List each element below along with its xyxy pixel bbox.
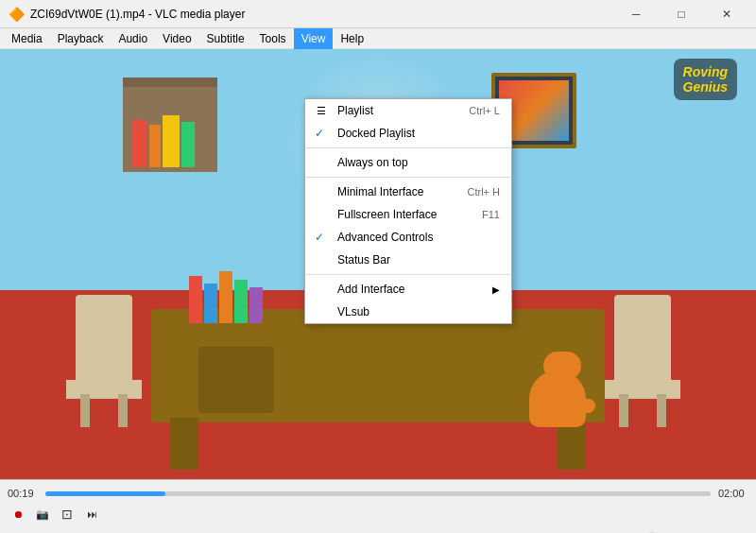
bookshelf-top [123, 77, 217, 87]
desk-leg-left [170, 418, 198, 470]
chair-left-back [76, 295, 132, 389]
progress-section: 00:19 02:00 [0, 480, 756, 503]
minimal-interface-shortcut: Ctrl+ H [467, 186, 500, 198]
desk-book-4 [234, 280, 248, 323]
chair-left-seat [66, 380, 142, 399]
progress-bar-fill [45, 491, 165, 496]
menu-item-media[interactable]: Media [4, 28, 50, 49]
main-controls-row: ▶ ⏮ ⏹ ⏭ ⛶ ⧉ ☰ ↺ ⇄ 🔊 100% [0, 525, 756, 533]
menu-item-help[interactable]: Help [333, 28, 371, 49]
video-area: Roving Genius ☰ Playlist Ctrl+ L ✓ Docke… [0, 49, 756, 479]
minimize-button[interactable]: ─ [614, 0, 658, 28]
bookshelf [123, 77, 217, 172]
book-3 [163, 115, 180, 167]
docked-playlist-check: ✓ [315, 127, 324, 140]
show-playlist-button[interactable]: ☰ [178, 527, 204, 533]
record-button[interactable]: ⏺ [8, 505, 28, 524]
chair-right-leg2 [657, 394, 666, 427]
add-interface-label: Add Interface [337, 283, 404, 296]
dinosaur [520, 333, 595, 427]
play-button[interactable]: ▶ [8, 527, 34, 533]
chair-left-leg2 [118, 394, 128, 427]
menu-item-view[interactable]: View [294, 28, 334, 49]
chair-right-seat [605, 380, 680, 399]
menu-item-audio[interactable]: Audio [111, 28, 155, 49]
add-interface-arrow: ▶ [492, 284, 500, 295]
chair-right-leg1 [619, 394, 628, 427]
dino-head [543, 352, 581, 380]
snapshot-button[interactable]: 📷 [32, 505, 53, 524]
desk-book-3 [219, 271, 232, 323]
close-button[interactable]: ✕ [705, 0, 748, 28]
extra-controls-row: ⏺ 📷 ⊡ ⏭ [0, 503, 756, 525]
desk-book-2 [204, 284, 217, 323]
maximize-button[interactable]: □ [660, 0, 703, 28]
menu-minimal-interface[interactable]: Minimal Interface Ctrl+ H [305, 181, 511, 203]
view-dropdown-menu: ☰ Playlist Ctrl+ L ✓ Docked Playlist Alw… [304, 98, 512, 324]
advanced-controls-check: ✓ [315, 231, 324, 244]
prev-button[interactable]: ⏮ [36, 527, 62, 533]
frame-next-button[interactable]: ⏭ [81, 505, 102, 524]
window-title: ZCI69dVtW0E (1).mp4 - VLC media player [30, 8, 614, 21]
book-1 [132, 120, 146, 167]
menu-status-bar[interactable]: Status Bar [305, 249, 511, 271]
chair-right-back [614, 295, 671, 389]
time-total: 02:00 [718, 488, 748, 499]
menu-vlsub[interactable]: VLsub [305, 301, 511, 323]
menu-docked-playlist[interactable]: ✓ Docked Playlist [305, 122, 511, 145]
book-2 [149, 125, 161, 167]
progress-bar[interactable] [45, 491, 711, 496]
fullscreen-interface-shortcut: F11 [482, 209, 500, 220]
next-button[interactable]: ⏭ [93, 527, 119, 533]
separator-3 [305, 274, 511, 275]
menu-add-interface[interactable]: Add Interface ▶ [305, 278, 511, 301]
minimal-interface-label: Minimal Interface [337, 185, 423, 198]
playlist-icon: ☰ [317, 105, 326, 117]
always-on-top-label: Always on top [337, 156, 408, 169]
roving-genius-logo: Roving Genius [674, 59, 737, 100]
vlsub-label: VLsub [337, 305, 369, 318]
app-icon: 🔶 [8, 6, 25, 23]
chair-left [57, 295, 151, 427]
advanced-controls-label: Advanced Controls [337, 231, 433, 244]
desk-books [189, 271, 263, 323]
title-bar: 🔶 ZCI69dVtW0E (1).mp4 - VLC media player… [0, 0, 756, 28]
menu-item-tools[interactable]: Tools [252, 28, 294, 49]
menu-item-playback[interactable]: Playback [50, 28, 112, 49]
random-button[interactable]: ⇄ [234, 527, 261, 533]
stop-button[interactable]: ⏹ [64, 527, 91, 533]
playlist-shortcut: Ctrl+ L [469, 105, 500, 116]
menu-item-subtitle[interactable]: Subtitle [199, 28, 252, 49]
menu-always-on-top[interactable]: Always on top [305, 151, 511, 174]
chair-right [595, 295, 690, 427]
chair-left-leg1 [80, 394, 90, 427]
menu-fullscreen-interface[interactable]: Fullscreen Interface F11 [305, 203, 511, 226]
playlist-label: Playlist [337, 104, 373, 117]
menu-playlist[interactable]: ☰ Playlist Ctrl+ L [305, 99, 511, 122]
menu-item-video[interactable]: Video [155, 28, 198, 49]
controls-bar: 00:19 02:00 ⏺ 📷 ⊡ ⏭ ▶ ⏮ ⏹ ⏭ ⛶ ⧉ ☰ ↺ ⇄ 🔊 … [0, 479, 756, 533]
fullscreen-button[interactable]: ⛶ [121, 527, 147, 533]
desk-book-5 [249, 287, 263, 323]
separator-1 [305, 147, 511, 148]
dino-tail [572, 399, 595, 413]
separator-2 [305, 177, 511, 178]
ext-settings-button[interactable]: ⧉ [149, 527, 176, 533]
desk-book-1 [189, 276, 202, 323]
time-elapsed: 00:19 [8, 488, 38, 499]
loop-ab-button[interactable]: ⊡ [57, 505, 77, 524]
book-4 [181, 122, 195, 167]
status-bar-label: Status Bar [337, 253, 390, 266]
window-controls: ─ □ ✕ [614, 0, 748, 28]
docked-playlist-label: Docked Playlist [337, 127, 415, 140]
desk-drawer [198, 347, 274, 413]
loop-button[interactable]: ↺ [206, 527, 232, 533]
fullscreen-interface-label: Fullscreen Interface [337, 208, 437, 221]
menu-bar: Media Playback Audio Video Subtitle Tool… [0, 28, 756, 49]
menu-advanced-controls[interactable]: ✓ Advanced Controls [305, 226, 511, 249]
